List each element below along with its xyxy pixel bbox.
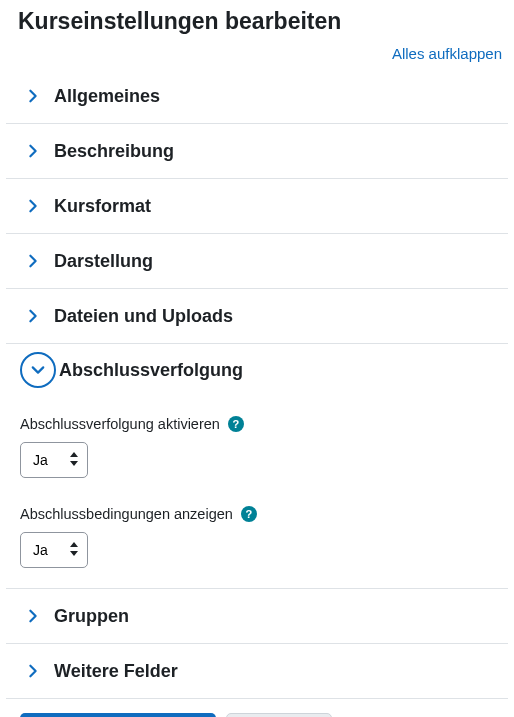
section-title: Darstellung xyxy=(54,251,153,272)
section-groups[interactable]: Gruppen xyxy=(6,589,508,644)
cancel-button[interactable]: Abbrechen xyxy=(226,713,333,717)
chevron-right-icon xyxy=(20,138,46,164)
section-title: Dateien und Uploads xyxy=(54,306,233,327)
chevron-right-icon xyxy=(20,303,46,329)
enable-completion-label: Abschlussverfolgung aktivieren xyxy=(20,416,220,432)
completion-form: Abschlussverfolgung aktivieren ? Ja Absc… xyxy=(6,396,508,589)
chevron-right-icon xyxy=(20,603,46,629)
show-conditions-label: Abschlussbedingungen anzeigen xyxy=(20,506,233,522)
section-title: Weitere Felder xyxy=(54,661,178,682)
help-icon[interactable]: ? xyxy=(241,506,257,522)
section-other[interactable]: Weitere Felder xyxy=(6,644,508,699)
section-title: Beschreibung xyxy=(54,141,174,162)
section-format[interactable]: Kursformat xyxy=(6,179,508,234)
expand-all-link[interactable]: Alles aufklappen xyxy=(392,45,502,62)
chevron-right-icon xyxy=(20,248,46,274)
chevron-right-icon xyxy=(20,83,46,109)
page-title: Kurseinstellungen bearbeiten xyxy=(6,8,508,35)
section-title: Allgemeines xyxy=(54,86,160,107)
section-appearance[interactable]: Darstellung xyxy=(6,234,508,289)
save-display-button[interactable]: Speichern und anzeigen xyxy=(20,713,216,717)
section-general[interactable]: Allgemeines xyxy=(6,69,508,124)
section-description[interactable]: Beschreibung xyxy=(6,124,508,179)
section-files[interactable]: Dateien und Uploads xyxy=(6,289,508,344)
help-icon[interactable]: ? xyxy=(228,416,244,432)
enable-completion-select[interactable]: Ja xyxy=(20,442,88,478)
chevron-right-icon xyxy=(20,658,46,684)
section-completion[interactable]: Abschlussverfolgung xyxy=(6,344,508,396)
section-title: Kursformat xyxy=(54,196,151,217)
section-title: Gruppen xyxy=(54,606,129,627)
chevron-down-icon xyxy=(20,352,56,388)
section-title: Abschlussverfolgung xyxy=(59,360,243,381)
chevron-right-icon xyxy=(20,193,46,219)
show-conditions-select[interactable]: Ja xyxy=(20,532,88,568)
